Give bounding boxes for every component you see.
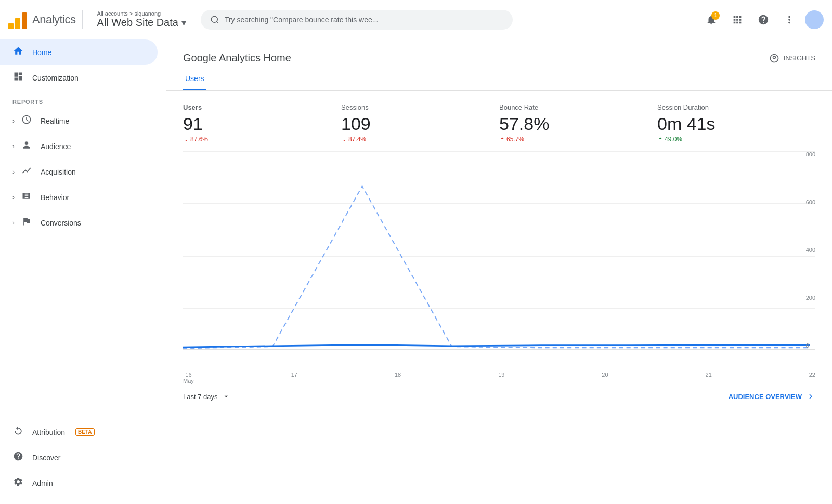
notification-button[interactable]: 1 [701, 9, 722, 30]
search-box[interactable]: Try searching "Compare bounce rate this … [201, 10, 513, 30]
x-label-20: 20 [602, 372, 608, 384]
logo-icon [8, 10, 27, 29]
x-label-date-18: 18 [395, 372, 401, 378]
sidebar-item-conversions[interactable]: › Conversions [0, 210, 158, 235]
more-button[interactable] [779, 9, 800, 30]
stat-users-change: 87.6% [183, 136, 329, 143]
sidebar: Home Customization REPORTS › Realtime › … [0, 39, 166, 504]
stat-sessions: Sessions 109 87.4% [341, 103, 499, 143]
page-title: Google Analytics Home [183, 52, 291, 64]
main-layout: Home Customization REPORTS › Realtime › … [0, 39, 832, 504]
more-icon [784, 14, 795, 25]
sidebar-item-behavior[interactable]: › Behavior [0, 184, 158, 210]
sidebar-item-customization-label: Customization [32, 74, 79, 82]
audience-icon [21, 140, 32, 153]
y-label-0: 0 [806, 342, 815, 349]
account-selector[interactable]: All accounts > siquanong All Web Site Da… [97, 10, 186, 29]
audience-overview-link[interactable]: AUDIENCE OVERVIEW [729, 392, 815, 401]
up-arrow-icon-bounce [499, 136, 505, 142]
sidebar-item-admin[interactable]: Admin [0, 470, 158, 496]
chart-svg [183, 151, 815, 361]
content-footer: Last 7 days AUDIENCE OVERVIEW [166, 384, 832, 408]
stat-users-label: Users [183, 103, 202, 111]
sidebar-item-discover-label: Discover [32, 454, 60, 462]
sidebar-item-customization[interactable]: Customization [0, 65, 158, 90]
sidebar-item-acquisition[interactable]: › Acquisition [0, 159, 158, 184]
discover-icon [12, 451, 24, 464]
sidebar-item-discover[interactable]: Discover [0, 445, 158, 470]
date-range-selector[interactable]: Last 7 days [183, 392, 230, 401]
sidebar-item-audience[interactable]: › Audience [0, 134, 158, 159]
x-label-month-16: May [183, 378, 194, 384]
x-label-date-16: 16 [185, 372, 191, 378]
sidebar-item-audience-label: Audience [41, 142, 71, 151]
admin-icon [12, 476, 24, 489]
sidebar-item-realtime-label: Realtime [41, 117, 69, 125]
stat-bounce-rate-label: Bounce Rate [499, 103, 645, 111]
svg-point-0 [211, 16, 217, 22]
x-label-date-20: 20 [602, 372, 608, 378]
chart-x-labels: 16 May 17 18 19 20 21 [166, 369, 832, 384]
expand-icon-audience: › [12, 143, 15, 150]
search-bar[interactable]: Try searching "Compare bounce rate this … [201, 10, 686, 30]
search-icon [210, 15, 219, 24]
avatar[interactable] [805, 10, 824, 29]
y-label-600: 600 [806, 199, 815, 205]
grid-icon [732, 14, 743, 25]
sidebar-item-admin-label: Admin [32, 479, 53, 487]
insights-button[interactable]: INSIGHTS [769, 53, 815, 63]
y-label-800: 800 [806, 151, 815, 157]
stat-session-duration-value: 0m 41s [657, 114, 803, 134]
expand-icon-acquisition: › [12, 168, 15, 176]
content-inner: Google Analytics Home INSIGHTS Users Use… [166, 39, 832, 504]
chevron-right-icon [806, 392, 815, 401]
sidebar-item-behavior-label: Behavior [41, 193, 69, 202]
insights-label: INSIGHTS [784, 54, 815, 62]
audience-overview-label: AUDIENCE OVERVIEW [729, 393, 802, 401]
attribution-icon [12, 426, 24, 439]
dropdown-arrow-icon: ▾ [181, 17, 186, 29]
reports-section-label: REPORTS [0, 90, 166, 108]
x-label-date-21: 21 [706, 372, 712, 378]
home-icon [12, 46, 24, 59]
tab-users-label: Users [185, 74, 204, 83]
sidebar-item-conversions-label: Conversions [41, 219, 81, 227]
tabs-bar: Users [166, 68, 832, 91]
realtime-icon [21, 114, 32, 127]
chart-y-labels: 800 600 400 200 0 [806, 151, 815, 349]
date-range-dropdown-icon [222, 392, 230, 401]
x-label-18: 18 [395, 372, 401, 384]
help-button[interactable] [753, 9, 774, 30]
content-header: Google Analytics Home INSIGHTS [166, 39, 832, 64]
account-name[interactable]: All Web Site Data ▾ [97, 17, 186, 29]
stat-session-duration: Session Duration 0m 41s 49.0% [657, 103, 815, 143]
sidebar-item-home[interactable]: Home [0, 39, 158, 65]
x-label-date-19: 19 [498, 372, 504, 378]
date-range-label: Last 7 days [183, 393, 218, 401]
sidebar-item-attribution[interactable]: Attribution BETA [0, 419, 158, 445]
beta-badge: BETA [75, 428, 94, 436]
app-logo: Analytics [8, 10, 83, 29]
app-name: Analytics [32, 13, 76, 26]
stat-sessions-change: 87.4% [341, 136, 487, 143]
expand-icon-conversions: › [12, 219, 15, 227]
stat-session-duration-label: Session Duration [657, 103, 803, 111]
stat-sessions-label: Sessions [341, 103, 487, 111]
header-actions: 1 [701, 9, 824, 30]
expand-icon-behavior: › [12, 194, 15, 201]
x-label-date-17: 17 [291, 372, 297, 378]
grid-button[interactable] [727, 9, 748, 30]
tab-users[interactable]: Users [183, 68, 206, 90]
sidebar-item-acquisition-label: Acquisition [41, 168, 76, 176]
chart-container: 800 600 400 200 0 [166, 151, 832, 369]
sidebar-item-realtime[interactable]: › Realtime [0, 108, 158, 134]
content-area: Google Analytics Home INSIGHTS Users Use… [166, 39, 832, 504]
x-label-17: 17 [291, 372, 297, 384]
x-label-16: 16 May [183, 372, 194, 384]
sidebar-item-home-label: Home [32, 48, 51, 57]
x-label-21: 21 [706, 372, 712, 384]
x-label-date-22: 22 [809, 372, 815, 378]
customization-icon [12, 71, 24, 84]
x-label-22: 22 [809, 372, 815, 384]
notification-badge: 1 [711, 11, 720, 20]
